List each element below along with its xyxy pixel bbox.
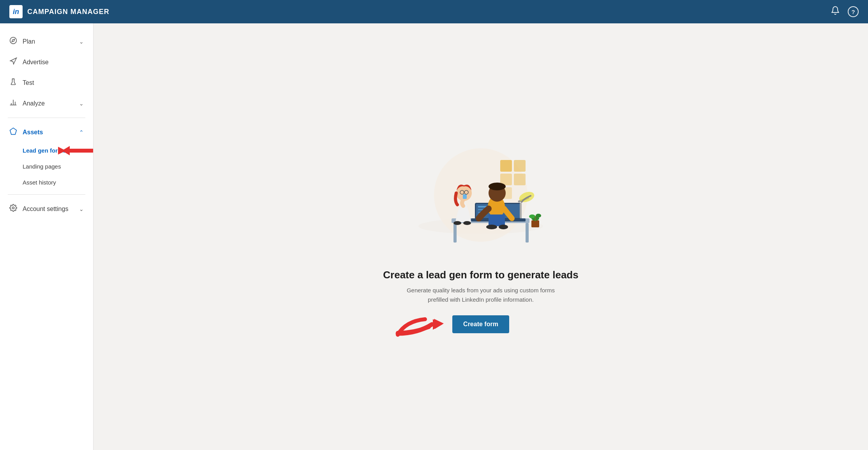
svg-point-0 <box>10 37 17 44</box>
sidebar-analyze-label: Analyze <box>23 100 45 107</box>
app-title: CAMPAIGN MANAGER <box>27 8 109 16</box>
sidebar-item-advertise[interactable]: Advertise <box>0 52 93 72</box>
bar-chart-icon <box>9 98 17 108</box>
svg-point-37 <box>463 221 471 225</box>
svg-point-43 <box>529 214 535 218</box>
sidebar-subitem-lead-gen-forms[interactable]: Lead gen forms <box>0 142 93 158</box>
svg-rect-14 <box>514 160 526 172</box>
sidebar-divider <box>8 118 85 118</box>
notification-icon[interactable] <box>831 6 840 18</box>
svg-point-30 <box>489 183 506 190</box>
svg-rect-41 <box>531 220 539 227</box>
svg-marker-7 <box>10 128 17 135</box>
svg-point-31 <box>486 225 497 229</box>
svg-point-36 <box>453 221 461 225</box>
svg-rect-46 <box>520 203 522 218</box>
svg-point-12 <box>434 148 528 242</box>
sidebar-subitem-landing-pages[interactable]: Landing pages <box>0 158 93 174</box>
sidebar-account-settings-label: Account settings <box>23 206 68 213</box>
svg-rect-45 <box>535 216 536 221</box>
empty-state-card: Create a lead gen form to generate leads… <box>375 125 586 349</box>
flask-icon <box>9 78 17 88</box>
header-actions: ? <box>831 6 859 18</box>
create-form-button[interactable]: Create form <box>452 315 509 333</box>
svg-marker-49 <box>433 319 443 330</box>
svg-rect-16 <box>514 174 526 185</box>
svg-point-10 <box>12 207 14 209</box>
diamond-icon <box>9 127 17 137</box>
red-arrow-right-icon <box>394 313 448 341</box>
lead-gen-forms-row: Lead gen forms <box>0 142 93 158</box>
sidebar-subitem-asset-history[interactable]: Asset history <box>0 174 93 190</box>
main-description: Generate quality leads from your ads usi… <box>399 286 563 304</box>
sidebar: Plan ⌄ Advertise <box>0 23 94 450</box>
sidebar-assets-label: Assets <box>23 129 43 136</box>
sidebar-item-account-settings[interactable]: Account settings ⌄ <box>0 199 93 219</box>
account-settings-chevron-icon: ⌄ <box>79 206 84 212</box>
main-content: Create a lead gen form to generate leads… <box>94 23 868 450</box>
app-header: in CAMPAIGN MANAGER ? <box>0 0 868 23</box>
svg-rect-13 <box>500 160 512 172</box>
assets-chevron-icon: ⌃ <box>79 129 84 135</box>
main-title: Create a lead gen form to generate leads <box>383 269 578 281</box>
plan-chevron-icon: ⌄ <box>79 39 84 45</box>
svg-point-32 <box>499 225 508 229</box>
sidebar-item-plan[interactable]: Plan ⌄ <box>0 31 93 52</box>
sidebar-test-label: Test <box>23 79 34 86</box>
megaphone-icon <box>9 57 17 67</box>
sidebar-item-analyze[interactable]: Analyze ⌄ <box>0 93 93 114</box>
lead-gen-illustration <box>407 141 555 257</box>
svg-rect-35 <box>463 194 467 199</box>
svg-point-44 <box>536 214 541 218</box>
help-icon[interactable]: ? <box>848 6 859 17</box>
svg-rect-19 <box>453 223 457 243</box>
create-form-container: Create form <box>452 315 509 333</box>
gear-icon <box>9 204 17 214</box>
svg-marker-1 <box>12 39 14 42</box>
sidebar-advertise-label: Advertise <box>23 59 49 66</box>
svg-rect-20 <box>526 223 529 243</box>
svg-marker-50 <box>434 319 444 329</box>
svg-rect-28 <box>489 214 505 226</box>
sidebar-plan-label: Plan <box>23 38 35 45</box>
sidebar-item-assets[interactable]: Assets ⌃ <box>0 122 93 142</box>
header-logo-area: in CAMPAIGN MANAGER <box>9 5 109 18</box>
compass-icon <box>9 37 17 46</box>
analyze-chevron-icon: ⌄ <box>79 100 84 107</box>
sidebar-item-test[interactable]: Test <box>0 72 93 93</box>
linkedin-logo: in <box>9 5 23 18</box>
sidebar-divider-2 <box>8 194 85 195</box>
